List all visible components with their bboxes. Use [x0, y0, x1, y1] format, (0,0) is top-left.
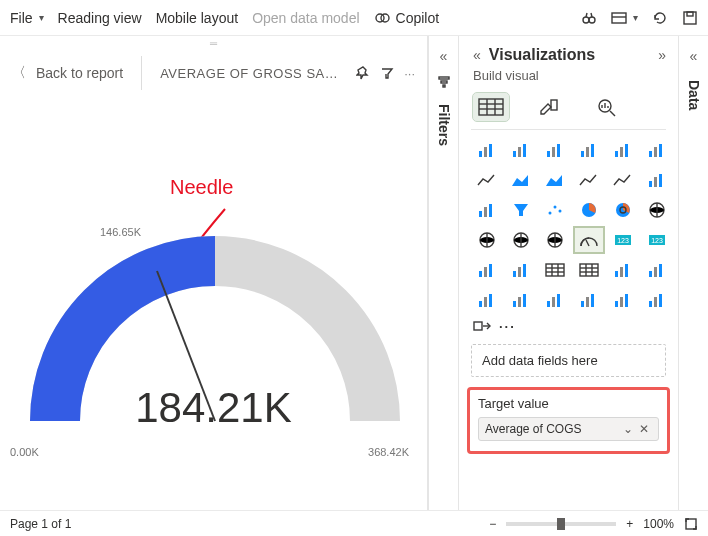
- svg-rect-98: [518, 297, 521, 307]
- svg-rect-89: [620, 267, 623, 277]
- zoom-out-button[interactable]: −: [489, 517, 496, 531]
- svg-rect-19: [551, 100, 557, 110]
- analytics-tab[interactable]: [589, 93, 625, 121]
- filter-icon[interactable]: [380, 66, 394, 81]
- build-visual-tab[interactable]: [473, 93, 509, 121]
- viz-type-area[interactable]: [507, 168, 535, 192]
- more-visuals-button[interactable]: ···: [499, 319, 516, 334]
- svg-rect-45: [659, 174, 662, 187]
- viz-type-map[interactable]: [473, 228, 501, 252]
- filters-pane-collapsed[interactable]: « Filters: [428, 36, 458, 510]
- fit-to-page-button[interactable]: [684, 517, 698, 531]
- data-pane-collapsed[interactable]: « Data: [678, 36, 708, 510]
- svg-rect-33: [557, 144, 560, 157]
- svg-rect-36: [591, 144, 594, 157]
- arrow-right-convert-icon[interactable]: [473, 318, 491, 334]
- svg-point-1: [381, 14, 389, 22]
- svg-rect-110: [654, 297, 657, 307]
- copilot-button[interactable]: Copilot: [374, 10, 440, 26]
- chevron-down-icon[interactable]: ⌄: [620, 422, 636, 436]
- viz-type-line[interactable]: [473, 168, 501, 192]
- viz-type-r-visual[interactable]: [609, 258, 637, 282]
- viz-type-filled-map[interactable]: [507, 228, 535, 252]
- viz-type-funnel[interactable]: [507, 198, 535, 222]
- viz-type-100-column[interactable]: [643, 138, 671, 162]
- viz-type-treemap[interactable]: [643, 198, 671, 222]
- viz-type-pie[interactable]: [575, 198, 603, 222]
- gauge-min-label: 0.00K: [10, 446, 39, 458]
- collapse-visualizations-button[interactable]: «: [473, 47, 481, 63]
- viz-type-stacked-column[interactable]: [541, 138, 569, 162]
- viz-type-card[interactable]: 123: [609, 228, 637, 252]
- viz-type-key-influencers[interactable]: [473, 288, 501, 312]
- visualizations-title: Visualizations: [489, 46, 650, 64]
- binoculars-icon: [581, 10, 597, 26]
- expand-visualizations-button[interactable]: »: [658, 47, 666, 63]
- viz-type-stacked-area[interactable]: [541, 168, 569, 192]
- viz-type-paginated[interactable]: [609, 288, 637, 312]
- svg-rect-46: [479, 211, 482, 217]
- svg-rect-92: [654, 267, 657, 277]
- binoculars-button[interactable]: [581, 10, 597, 26]
- svg-rect-30: [523, 144, 526, 157]
- mobile-layout-button[interactable]: Mobile layout: [156, 10, 239, 26]
- viz-type-gauge[interactable]: [575, 228, 603, 252]
- viz-type-multi-row-card[interactable]: 123: [643, 228, 671, 252]
- viz-type-qna[interactable]: [541, 288, 569, 312]
- svg-rect-100: [547, 301, 550, 307]
- save-button[interactable]: [682, 10, 698, 26]
- gauge-chart[interactable]: Needle 146.65K 184.21K 0.00K: [0, 96, 427, 510]
- refresh-button[interactable]: [652, 10, 668, 26]
- viz-type-matrix[interactable]: [575, 258, 603, 282]
- svg-line-5: [591, 13, 592, 17]
- reading-view-button[interactable]: Reading view: [58, 10, 142, 26]
- more-icon[interactable]: ···: [404, 66, 415, 81]
- viz-type-clustered-bar[interactable]: [507, 138, 535, 162]
- svg-rect-38: [620, 147, 623, 157]
- svg-rect-26: [484, 147, 487, 157]
- svg-rect-108: [625, 294, 628, 307]
- pin-icon[interactable]: [356, 66, 370, 81]
- visual-drag-handle[interactable]: ═: [0, 36, 427, 50]
- viz-type-python-visual[interactable]: [643, 258, 671, 282]
- svg-rect-77: [523, 264, 526, 277]
- viz-type-decomposition-tree[interactable]: [507, 288, 535, 312]
- svg-rect-47: [484, 207, 487, 217]
- gauge-max-label: 368.42K: [368, 446, 409, 458]
- svg-rect-44: [654, 177, 657, 187]
- viz-type-kpi[interactable]: [473, 258, 501, 282]
- viz-type-100-bar[interactable]: [609, 138, 637, 162]
- zoom-slider[interactable]: [506, 522, 616, 526]
- viz-type-ribbon[interactable]: [643, 168, 671, 192]
- svg-rect-104: [586, 297, 589, 307]
- svg-rect-29: [518, 147, 521, 157]
- remove-field-icon[interactable]: ✕: [636, 422, 652, 436]
- view-dropdown[interactable]: ▾: [611, 11, 638, 25]
- viz-type-stacked-bar[interactable]: [473, 138, 501, 162]
- svg-point-50: [554, 206, 557, 209]
- viz-type-azure-map[interactable]: [541, 228, 569, 252]
- viz-type-power-apps[interactable]: [643, 288, 671, 312]
- viz-type-scatter[interactable]: [541, 198, 569, 222]
- file-menu[interactable]: File ▾: [10, 10, 44, 26]
- target-value-field-pill[interactable]: Average of COGS ⌄ ✕: [478, 417, 659, 441]
- svg-rect-88: [615, 271, 618, 277]
- viz-type-line-clustered-column[interactable]: [609, 168, 637, 192]
- viz-type-line-stacked-column[interactable]: [575, 168, 603, 192]
- visual-header: 〈 Back to report AVERAGE OF GROSS SALES …: [0, 50, 427, 96]
- top-command-bar: File ▾ Reading view Mobile layout Open d…: [0, 0, 708, 36]
- viz-type-slicer[interactable]: [507, 258, 535, 282]
- viz-type-waterfall[interactable]: [473, 198, 501, 222]
- viz-type-donut[interactable]: [609, 198, 637, 222]
- back-to-report-button[interactable]: 〈 Back to report: [12, 64, 123, 82]
- viz-type-narrative[interactable]: [575, 288, 603, 312]
- chevron-down-icon: ▾: [39, 12, 44, 23]
- viz-type-table[interactable]: [541, 258, 569, 282]
- viz-type-clustered-column[interactable]: [575, 138, 603, 162]
- values-field-well[interactable]: Add data fields here: [471, 344, 666, 377]
- svg-rect-27: [489, 144, 492, 157]
- svg-rect-35: [586, 147, 589, 157]
- format-visual-tab[interactable]: [531, 93, 567, 121]
- svg-rect-6: [612, 13, 626, 23]
- zoom-in-button[interactable]: +: [626, 517, 633, 531]
